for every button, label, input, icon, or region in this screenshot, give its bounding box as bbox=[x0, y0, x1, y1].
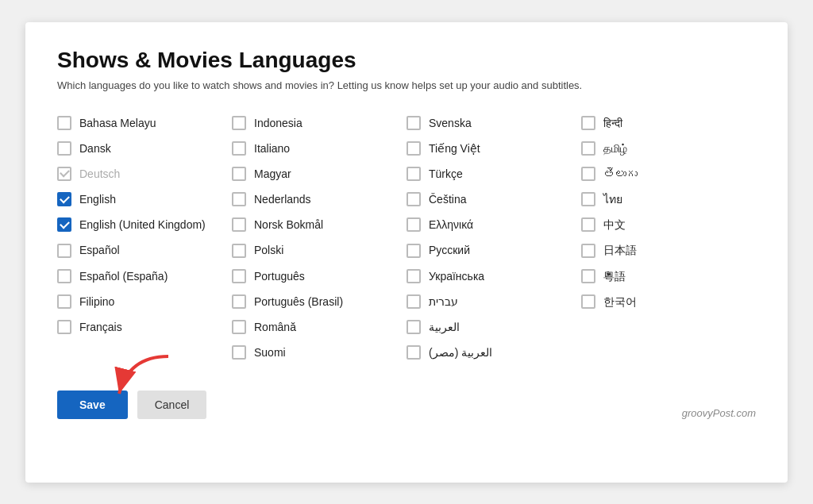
checkbox[interactable] bbox=[232, 192, 246, 206]
lang-label: Español bbox=[79, 243, 120, 257]
lang-label: 한국어 bbox=[603, 294, 637, 309]
lang-item[interactable]: Română bbox=[232, 314, 406, 340]
checkbox[interactable] bbox=[232, 244, 246, 258]
lang-item[interactable]: Português bbox=[232, 264, 406, 289]
lang-label: English (United Kingdom) bbox=[79, 217, 206, 232]
checkbox[interactable] bbox=[57, 244, 71, 258]
lang-item[interactable]: தமிழ் bbox=[581, 136, 756, 161]
lang-label: ไทย bbox=[603, 192, 622, 206]
checkbox[interactable] bbox=[57, 294, 71, 309]
dialog-subtitle: Which languages do you like to watch sho… bbox=[57, 79, 756, 91]
lang-label: Dansk bbox=[79, 141, 111, 156]
lang-item[interactable]: Tiếng Việt bbox=[406, 136, 581, 161]
lang-item[interactable]: Dansk bbox=[57, 136, 232, 161]
checkbox[interactable] bbox=[57, 141, 71, 156]
checkbox[interactable] bbox=[581, 141, 595, 156]
checkbox[interactable] bbox=[406, 244, 421, 258]
lang-item[interactable]: Português (Brasil) bbox=[232, 289, 406, 314]
checkbox[interactable] bbox=[406, 320, 421, 334]
lang-item[interactable]: हिन्दी bbox=[581, 110, 756, 136]
checkbox[interactable] bbox=[406, 167, 421, 181]
lang-item[interactable]: Suomi bbox=[232, 340, 406, 365]
lang-item[interactable]: English bbox=[57, 187, 232, 212]
checkbox[interactable] bbox=[581, 116, 595, 130]
languages-grid: Bahasa MelayuDanskDeutschEnglishEnglish … bbox=[57, 110, 756, 366]
checkbox[interactable] bbox=[232, 167, 246, 181]
checkbox[interactable] bbox=[232, 345, 246, 360]
checkbox[interactable] bbox=[232, 141, 246, 156]
lang-item[interactable]: Polski bbox=[232, 237, 406, 263]
attribution: groovyPost.com bbox=[682, 407, 756, 419]
checkbox[interactable] bbox=[232, 294, 246, 309]
lang-label: Filipino bbox=[79, 294, 114, 309]
lang-label: العربية (مصر) bbox=[429, 345, 492, 360]
lang-item[interactable]: Türkçe bbox=[406, 161, 581, 187]
checkbox[interactable] bbox=[57, 269, 71, 283]
lang-col-2: SvenskaTiếng ViệtTürkçeČeštinaΕλληνικάРу… bbox=[406, 110, 581, 366]
lang-label: Indonesia bbox=[254, 116, 302, 130]
lang-label: Norsk Bokmål bbox=[254, 217, 323, 232]
checkbox[interactable] bbox=[232, 269, 246, 283]
lang-item[interactable]: Nederlands bbox=[232, 187, 406, 212]
lang-item[interactable]: עברית bbox=[406, 289, 581, 314]
lang-item[interactable]: 中文 bbox=[581, 212, 756, 237]
lang-item[interactable]: Indonesia bbox=[232, 110, 406, 136]
checkbox[interactable] bbox=[581, 294, 595, 309]
lang-label: العربية bbox=[429, 320, 460, 334]
lang-item[interactable]: Italiano bbox=[232, 136, 406, 161]
lang-item[interactable]: Čeština bbox=[406, 187, 581, 212]
lang-label: Русский bbox=[429, 243, 470, 257]
cancel-button[interactable]: Cancel bbox=[137, 391, 207, 419]
lang-item[interactable]: Bahasa Melayu bbox=[57, 110, 232, 136]
lang-label: हिन्दी bbox=[603, 116, 622, 130]
checkbox[interactable] bbox=[406, 217, 421, 232]
lang-item[interactable]: Ελληνικά bbox=[406, 212, 581, 237]
checkbox[interactable] bbox=[581, 217, 595, 232]
lang-item[interactable]: 粵語 bbox=[581, 264, 756, 289]
lang-label: עברית bbox=[429, 294, 458, 309]
checkbox[interactable] bbox=[57, 217, 71, 232]
lang-item[interactable]: తెలుగు bbox=[581, 161, 756, 187]
checkbox[interactable] bbox=[406, 141, 421, 156]
checkbox[interactable] bbox=[406, 269, 421, 283]
checkbox[interactable] bbox=[232, 320, 246, 334]
dialog-title: Shows & Movies Languages bbox=[57, 48, 756, 73]
lang-col-0: Bahasa MelayuDanskDeutschEnglishEnglish … bbox=[57, 110, 232, 366]
lang-label: Deutsch bbox=[79, 167, 120, 181]
checkbox[interactable] bbox=[57, 116, 71, 130]
lang-label: Türkçe bbox=[429, 167, 463, 181]
lang-item[interactable]: Español bbox=[57, 237, 232, 263]
checkbox[interactable] bbox=[406, 116, 421, 130]
lang-item[interactable]: Filipino bbox=[57, 289, 232, 314]
checkbox[interactable] bbox=[581, 192, 595, 206]
lang-item[interactable]: Norsk Bokmål bbox=[232, 212, 406, 237]
lang-item[interactable]: ไทย bbox=[581, 187, 756, 212]
lang-item[interactable]: العربية bbox=[406, 314, 581, 340]
lang-item[interactable]: العربية (مصر) bbox=[406, 340, 581, 365]
checkbox[interactable] bbox=[406, 345, 421, 360]
lang-item[interactable]: Français bbox=[57, 314, 232, 340]
checkbox[interactable] bbox=[581, 269, 595, 283]
lang-item[interactable]: Українська bbox=[406, 264, 581, 289]
lang-item[interactable]: 日本語 bbox=[581, 237, 756, 263]
checkbox[interactable] bbox=[406, 192, 421, 206]
checkbox[interactable] bbox=[406, 294, 421, 309]
checkbox[interactable] bbox=[57, 167, 71, 181]
lang-item[interactable]: English (United Kingdom) bbox=[57, 212, 232, 237]
checkbox[interactable] bbox=[57, 320, 71, 334]
save-button[interactable]: Save bbox=[57, 391, 128, 419]
checkbox[interactable] bbox=[232, 217, 246, 232]
checkbox[interactable] bbox=[232, 116, 246, 130]
lang-item[interactable]: Deutsch bbox=[57, 161, 232, 187]
lang-label: 日本語 bbox=[603, 243, 637, 257]
lang-item[interactable]: Svenska bbox=[406, 110, 581, 136]
checkbox[interactable] bbox=[581, 244, 595, 258]
lang-item[interactable]: 한국어 bbox=[581, 289, 756, 314]
lang-item[interactable]: Русский bbox=[406, 237, 581, 263]
lang-item[interactable]: Magyar bbox=[232, 161, 406, 187]
lang-item[interactable]: Español (España) bbox=[57, 264, 232, 289]
lang-label: Polski bbox=[254, 243, 283, 257]
checkbox[interactable] bbox=[57, 192, 71, 206]
checkbox[interactable] bbox=[581, 167, 595, 181]
lang-label: Nederlands bbox=[254, 192, 311, 206]
